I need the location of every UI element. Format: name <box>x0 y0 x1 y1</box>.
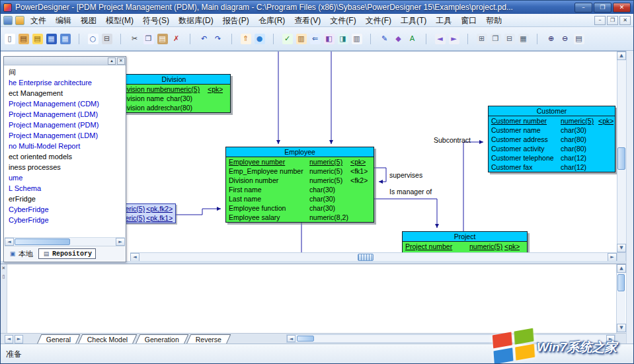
panel-collapse-icon[interactable]: ▴ <box>108 57 116 65</box>
minimize-icon[interactable]: – <box>575 3 592 13</box>
menu-item[interactable]: 编辑 <box>51 15 76 26</box>
relationship-label-is-manager-of[interactable]: Is manager of <box>389 188 432 196</box>
panel-close-icon[interactable]: ✕ <box>117 57 125 65</box>
output-vertical-scrollbar[interactable]: ▲ ▼ <box>616 264 625 333</box>
tree-item[interactable]: CyberFridge <box>5 204 125 215</box>
menu-item[interactable]: 帮助 <box>481 15 506 26</box>
menu-item[interactable]: 查看(V) <box>290 15 325 26</box>
window-tile-icon[interactable]: ⊞ <box>475 30 489 48</box>
window-cascade-icon[interactable]: ❐ <box>489 30 502 48</box>
output-tab[interactable]: Generation <box>135 334 188 344</box>
relationship-line[interactable] <box>374 168 386 182</box>
window-horizontal-icon[interactable]: ⊟ <box>502 30 516 48</box>
browser-tree[interactable]: 间he Enterprise architectureect Managemen… <box>5 65 125 237</box>
compare-models-icon[interactable]: ◨ <box>336 30 350 48</box>
brush-icon[interactable]: ◆ <box>391 30 405 48</box>
child-restore-icon[interactable]: ❐ <box>607 16 618 25</box>
vertical-scroll-thumb[interactable] <box>617 274 625 291</box>
merge-model-icon[interactable]: ◧ <box>322 30 336 48</box>
back-icon[interactable]: ◄ <box>433 30 447 48</box>
tab-scroll-right-icon[interactable]: ► <box>15 335 23 344</box>
scroll-down-icon[interactable]: ▼ <box>617 324 626 332</box>
table-customer[interactable]: Customer Customer number numeric(5) <pk>… <box>488 106 615 172</box>
table-division[interactable]: Division Division number numeric(5) <pk>… <box>117 74 231 113</box>
tree-item[interactable]: he Enterprise architecture <box>5 77 125 88</box>
menu-item[interactable]: 符号(S) <box>138 15 174 26</box>
close-icon[interactable]: ✕ <box>613 3 631 13</box>
tab-scroll-left-icon[interactable]: ◄ <box>5 335 13 344</box>
web-globe-icon[interactable]: ● <box>253 30 266 48</box>
font-icon[interactable]: A <box>405 30 419 48</box>
menu-item[interactable]: 文件(F) <box>325 15 360 26</box>
browser-panel-gripbar[interactable]: ▴ ✕ <box>4 57 126 65</box>
cut-icon[interactable]: ✂ <box>128 30 141 48</box>
output-tab[interactable]: Reverse <box>186 334 231 344</box>
undo-icon[interactable]: ↶ <box>197 30 211 48</box>
relationship-label-subcontract[interactable]: Subcontract <box>434 136 471 144</box>
scroll-up-icon[interactable]: ▲ <box>617 52 626 60</box>
pencil-icon[interactable]: ✎ <box>377 30 391 48</box>
relationship-label-supervises[interactable]: supervises <box>389 171 422 179</box>
tree-item[interactable]: ume <box>5 172 125 183</box>
scroll-right-icon[interactable]: ► <box>608 253 617 261</box>
properties-icon[interactable]: ▤ <box>572 30 586 48</box>
tree-item[interactable]: ect oriented models <box>5 151 125 162</box>
scroll-down-icon[interactable]: ▼ <box>617 244 626 252</box>
output-content[interactable] <box>7 264 616 333</box>
open-model-icon[interactable]: ▤ <box>30 30 44 48</box>
relationship-line[interactable] <box>176 209 221 215</box>
horizontal-scroll-thumb[interactable] <box>15 238 70 245</box>
output-horizontal-scrollbar[interactable]: ◄ ► <box>286 334 615 343</box>
canvas-horizontal-scrollbar[interactable] <box>130 252 617 261</box>
open-workspace-icon[interactable]: ▤ <box>17 30 30 48</box>
tree-item[interactable]: Project Management (LDM) <box>5 109 125 120</box>
menu-item[interactable]: 仓库(R) <box>254 15 290 26</box>
tree-item[interactable]: Project Management (LDM) <box>5 130 125 141</box>
titlebar[interactable]: PowerDesigner - [PDM Project Management … <box>1 1 633 14</box>
report-icon[interactable]: ▥ <box>350 30 364 48</box>
paste-icon[interactable]: ▤ <box>155 30 169 48</box>
zoom-out-icon[interactable]: ⊖ <box>558 30 572 48</box>
reverse-engineer-icon[interactable]: ⇐ <box>308 30 322 48</box>
table-employee[interactable]: Employee Employee number numeric(5) <pk>… <box>225 147 374 223</box>
horizontal-scroll-thumb[interactable] <box>358 254 374 261</box>
browser-horizontal-scrollbar[interactable]: ◄ ► <box>5 237 125 246</box>
child-minimize-icon[interactable]: – <box>594 16 606 25</box>
menu-item[interactable]: 文件 <box>26 15 51 26</box>
tree-item[interactable]: CyberFridge <box>5 215 125 225</box>
tree-item[interactable]: Project Management (CDM) <box>5 98 125 109</box>
menu-item[interactable]: 文件(F) <box>361 15 396 26</box>
child-close-icon[interactable]: ✕ <box>619 16 631 25</box>
find-icon[interactable]: ○ <box>86 30 100 48</box>
scroll-up-icon[interactable]: ▲ <box>617 264 626 273</box>
insert-symbol-icon[interactable]: ⇑ <box>239 30 253 48</box>
tree-item[interactable]: iness processes <box>5 162 125 172</box>
menu-item[interactable]: 窗口 <box>456 15 481 26</box>
tree-item[interactable]: L Schema <box>5 183 125 194</box>
model-document-icon[interactable] <box>15 16 24 25</box>
scroll-left-icon[interactable]: ◄ <box>5 238 14 246</box>
menu-item[interactable]: 工具(T) <box>396 15 431 26</box>
scroll-right-icon[interactable]: ► <box>606 335 615 342</box>
child-system-icon[interactable] <box>3 16 13 25</box>
forward-icon[interactable]: ► <box>447 30 461 48</box>
output-tab[interactable]: General <box>37 334 81 344</box>
new-document-icon[interactable]: ▯ <box>3 30 17 48</box>
tree-item[interactable]: Project Management (PDM) <box>5 120 125 130</box>
tree-item[interactable]: no Multi-Model Report <box>5 141 125 151</box>
save-icon[interactable]: ▦ <box>44 30 58 48</box>
maximize-icon[interactable]: ❐ <box>594 3 612 13</box>
tab-repository[interactable]: ▤ Repository <box>38 248 96 259</box>
scroll-left-icon[interactable]: ◄ <box>130 253 139 261</box>
tree-item[interactable]: ect Management <box>5 88 125 98</box>
menu-item[interactable]: 工具 <box>431 15 456 26</box>
window-list-icon[interactable]: ▦ <box>516 30 530 48</box>
output-close-icon[interactable]: ✕ <box>1 266 7 272</box>
menu-item[interactable]: 视图 <box>76 15 101 26</box>
tree-item[interactable]: 间 <box>5 67 125 77</box>
tab-local[interactable]: ▣ 本地 <box>9 249 33 259</box>
scroll-left-icon[interactable]: ◄ <box>287 335 296 342</box>
vertical-scroll-thumb[interactable] <box>617 147 625 170</box>
generate-database-icon[interactable]: ▥ <box>294 30 308 48</box>
save-all-icon[interactable]: ▦ <box>58 30 72 48</box>
